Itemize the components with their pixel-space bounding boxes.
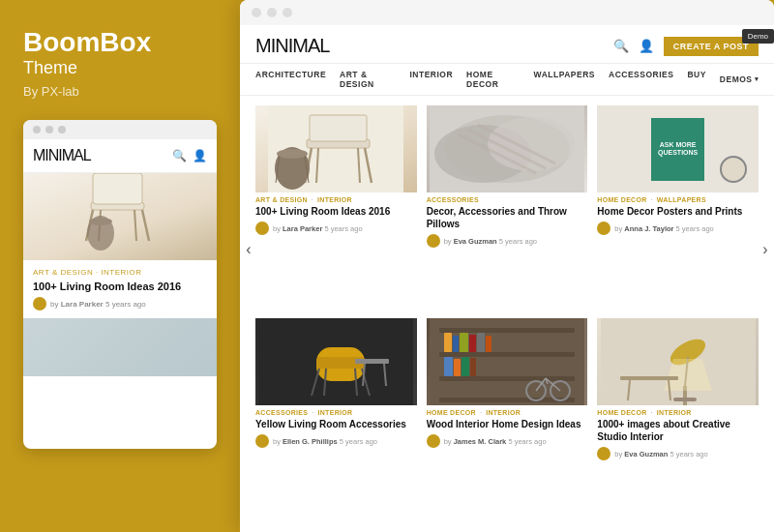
- mini-browser-bar: [23, 120, 217, 139]
- mini-card-category: ART & DESIGN · INTERIOR: [33, 268, 207, 277]
- mini-card-image: [23, 173, 217, 260]
- card-2-author-text: by Eva Guzman 5 years ago: [444, 237, 537, 246]
- nav-interior[interactable]: INTERIOR: [409, 70, 453, 89]
- card-4-body: ACCESSORIES · INTERIOR Yellow Living Roo…: [255, 405, 417, 452]
- brand-title: BoomBox: [23, 29, 217, 56]
- card-2[interactable]: ACCESSORIES Decor, Accessories and Throw…: [427, 105, 588, 309]
- card-6-body: HOME DECOR · INTERIOR 1000+ images about…: [597, 405, 759, 464]
- card-3-cat1[interactable]: HOME DECOR: [597, 196, 646, 203]
- yellow-chair-svg: [258, 318, 413, 405]
- card-5-cat2[interactable]: INTERIOR: [486, 409, 521, 416]
- site-nav: ARCHITECTURE ART & DESIGN INTERIOR HOME …: [240, 64, 774, 96]
- card-5-author-text: by James M. Clark 5 years ago: [444, 437, 547, 446]
- card-6-categories: HOME DECOR · INTERIOR: [597, 409, 759, 416]
- card-3-author-row: by Anna J. Taylor 5 years ago: [597, 222, 759, 235]
- svg-rect-49: [461, 357, 469, 376]
- svg-point-22: [488, 117, 575, 171]
- card-1-cat2[interactable]: INTERIOR: [317, 196, 352, 203]
- card-3-image: ASK MORE QUESTIONS: [597, 105, 759, 192]
- card-3-body: HOME DECOR · WALLPAPERS Home Decor Poste…: [597, 192, 759, 239]
- card-4[interactable]: ACCESSORIES · INTERIOR Yellow Living Roo…: [255, 318, 417, 521]
- card-1-body: ART & DESIGN · INTERIOR 100+ Living Room…: [255, 192, 417, 239]
- card-4-categories: ACCESSORIES · INTERIOR: [255, 409, 417, 416]
- right-browser: MINIMAL 🔍 👤 CREATE A POST ARCHITECTURE A…: [240, 0, 774, 532]
- svg-rect-10: [310, 115, 367, 141]
- svg-rect-45: [477, 333, 485, 352]
- card-3-categories: HOME DECOR · WALLPAPERS: [597, 196, 759, 203]
- nav-buy[interactable]: BUY: [687, 70, 705, 89]
- mini-card-info: ART & DESIGN · INTERIOR 100+ Living Room…: [23, 260, 217, 318]
- card-6-author-text: by Eva Guzman 5 years ago: [614, 450, 707, 458]
- card-3-avatar: [597, 222, 610, 235]
- card-6[interactable]: HOME DECOR · INTERIOR 1000+ images about…: [597, 318, 759, 521]
- card-5-cat1[interactable]: HOME DECOR: [427, 409, 476, 416]
- card-6-avatar: [597, 447, 610, 460]
- cat-separator-3: ·: [651, 196, 653, 203]
- card-3[interactable]: ASK MORE QUESTIONS HOME DECOR · WALLPAPE…: [597, 105, 759, 309]
- browser-bar: [240, 0, 774, 25]
- brand-name: BoomBox Theme By PX-lab: [23, 29, 217, 99]
- mini-card-image2: [23, 318, 217, 376]
- card-5[interactable]: HOME DECOR · INTERIOR Wood Interior Home…: [427, 318, 588, 521]
- mini-card-title: 100+ Living Room Ideas 2016: [33, 280, 207, 293]
- mini-browser-preview: MINIMAL 🔍 👤: [23, 120, 217, 449]
- nav-demos[interactable]: DEMOS ▾: [720, 70, 759, 89]
- nav-architecture[interactable]: ARCHITECTURE: [255, 70, 326, 89]
- nav-home-decor[interactable]: HOME DECOR: [466, 70, 520, 89]
- svg-line-5: [134, 210, 136, 241]
- card-2-cat1[interactable]: ACCESSORIES: [427, 196, 479, 203]
- card-6-author-row: by Eva Guzman 5 years ago: [597, 447, 759, 460]
- card-3-author-text: by Anna J. Taylor 5 years ago: [614, 224, 713, 233]
- card-5-categories: HOME DECOR · INTERIOR: [427, 409, 588, 416]
- next-arrow-button[interactable]: ›: [757, 232, 774, 267]
- svg-point-7: [89, 218, 112, 225]
- card-4-author-row: by Ellen G. Phillips 5 years ago: [255, 434, 417, 448]
- card-3-cat2[interactable]: WALLPAPERS: [657, 196, 706, 203]
- browser-dot-1: [252, 8, 261, 17]
- svg-rect-50: [470, 358, 476, 376]
- site-logo: MINIMAL: [255, 35, 329, 57]
- cat-separator: ·: [312, 196, 313, 203]
- search-icon[interactable]: 🔍: [613, 39, 629, 53]
- card-5-title: Wood Interior Home Design Ideas: [427, 418, 588, 430]
- card-2-avatar: [427, 234, 440, 248]
- card-6-cat2[interactable]: INTERIOR: [657, 409, 692, 416]
- card-5-author-row: by James M. Clark 5 years ago: [427, 434, 588, 448]
- card-1-avatar: [255, 222, 269, 235]
- card-2-image: [427, 105, 588, 192]
- user-icon[interactable]: 👤: [639, 39, 654, 53]
- mini-content: ART & DESIGN · INTERIOR 100+ Living Room…: [23, 173, 217, 376]
- logo-part1: MI: [255, 35, 275, 56]
- mini-logo-part1: MI: [33, 147, 48, 163]
- card-4-title: Yellow Living Room Accessories: [255, 418, 417, 430]
- card-1-author-text: by Lara Parker 5 years ago: [273, 224, 363, 233]
- prev-arrow-button[interactable]: ‹: [240, 232, 257, 267]
- card-2-title: Decor, Accessories and Throw Pillows: [427, 205, 588, 230]
- card-4-image: [255, 318, 417, 405]
- user-icon: 👤: [193, 149, 207, 163]
- card-1-cat1[interactable]: ART & DESIGN: [255, 196, 308, 203]
- card-1-title: 100+ Living Room Ideas 2016: [255, 205, 417, 218]
- svg-line-3: [142, 210, 149, 241]
- search-icon: 🔍: [172, 149, 187, 163]
- nav-wallpapers[interactable]: WALLPAPERS: [534, 70, 595, 89]
- mini-logo: MINIMAL: [33, 147, 91, 164]
- chevron-down-icon: ▾: [755, 75, 759, 83]
- card-4-cat2[interactable]: INTERIOR: [318, 409, 353, 416]
- svg-rect-42: [453, 336, 459, 352]
- card-6-title: 1000+ images about Creative Studio Inter…: [597, 418, 759, 443]
- nav-art-design[interactable]: ART & DESIGN: [340, 70, 396, 89]
- card-1[interactable]: ART & DESIGN · INTERIOR 100+ Living Room…: [255, 105, 417, 309]
- card-6-cat1[interactable]: HOME DECOR: [597, 409, 646, 416]
- svg-rect-37: [439, 328, 575, 333]
- card-2-author-row: by Eva Guzman 5 years ago: [427, 234, 588, 248]
- lamp-svg: [601, 318, 756, 405]
- mini-icons: 🔍 👤: [172, 149, 207, 163]
- card-1-author-row: by Lara Parker 5 years ago: [255, 222, 417, 235]
- nav-accessories[interactable]: ACCESSORIES: [609, 70, 673, 89]
- card-4-cat1[interactable]: ACCESSORIES: [255, 409, 308, 416]
- chair-svg: [268, 105, 403, 192]
- left-panel: BoomBox Theme By PX-lab MINIMAL 🔍 👤: [0, 0, 240, 532]
- clock-decoration: [720, 156, 747, 183]
- mini-avatar: [33, 297, 46, 310]
